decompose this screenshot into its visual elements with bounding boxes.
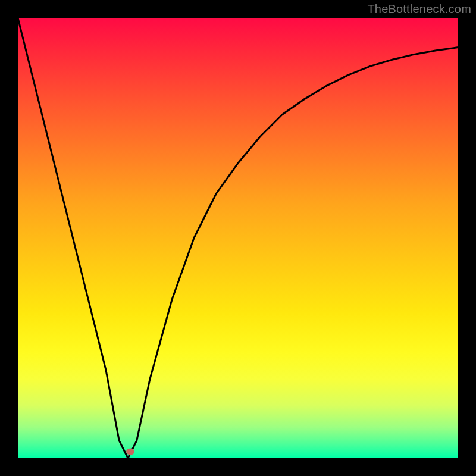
watermark-text: TheBottleneck.com (367, 2, 471, 16)
plot-area (18, 18, 458, 458)
curve-svg (18, 18, 458, 458)
chart-frame: TheBottleneck.com (0, 0, 476, 476)
minimum-marker (126, 448, 134, 455)
bottleneck-curve (18, 18, 458, 458)
